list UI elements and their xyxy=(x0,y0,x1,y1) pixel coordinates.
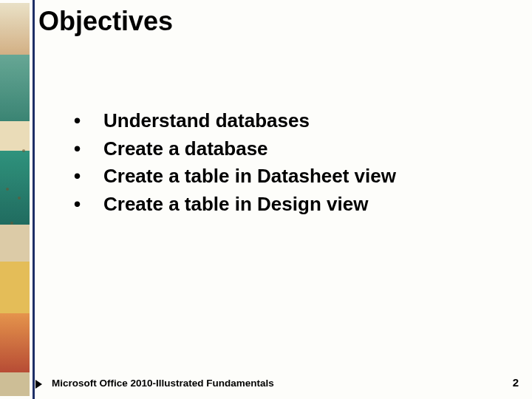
bullet-text: Create a database xyxy=(103,137,268,161)
slide: Objectives • Understand databases • Crea… xyxy=(0,0,532,399)
list-item: • Create a table in Datasheet view xyxy=(74,165,396,188)
bullet-marker: • xyxy=(74,165,103,188)
bullet-list: • Understand databases • Create a databa… xyxy=(74,109,396,221)
slide-title: Objectives xyxy=(38,6,173,37)
page-number: 2 xyxy=(513,376,519,389)
vertical-rule xyxy=(33,0,35,399)
bullet-text: Create a table in Datasheet view xyxy=(103,165,396,188)
bullet-text: Create a table in Design view xyxy=(103,193,368,216)
footer-text: Microsoft Office 2010-Illustrated Fundam… xyxy=(52,378,274,389)
sidebar-art xyxy=(0,3,30,396)
bullet-marker: • xyxy=(74,137,103,161)
list-item: • Create a database xyxy=(74,137,396,161)
bullet-marker: • xyxy=(74,193,103,216)
list-item: • Create a table in Design view xyxy=(74,193,396,216)
bullet-marker: • xyxy=(74,109,103,133)
bullet-text: Understand databases xyxy=(103,109,310,133)
list-item: • Understand databases xyxy=(74,109,396,133)
footer-arrow-icon xyxy=(35,380,42,389)
